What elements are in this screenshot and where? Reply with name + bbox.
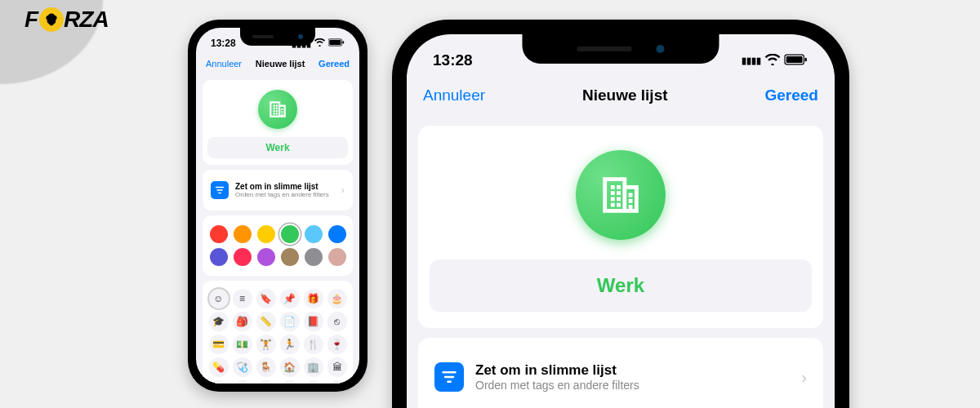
done-button[interactable]: Gereed — [765, 86, 818, 104]
speaker-icon — [577, 47, 631, 51]
nav-bar: Annuleer Nieuwe lijst Gereed — [196, 52, 359, 75]
chevron-right-icon: › — [341, 184, 345, 196]
icon-option-fork[interactable]: 🍴 — [304, 335, 323, 354]
icon-option-music[interactable]: 🎵 — [280, 380, 300, 384]
icon-option-dumbbell[interactable]: 🏋 — [256, 335, 276, 354]
color-swatch-7[interactable] — [234, 248, 252, 266]
color-swatch-4[interactable] — [305, 225, 323, 243]
icon-option-house[interactable]: 🏠 — [280, 357, 300, 377]
signal-icon: ▮▮▮▮ — [742, 55, 761, 66]
icon-option-headphones[interactable]: 🎧 — [327, 380, 347, 384]
camera-icon — [298, 34, 303, 39]
icon-option-document[interactable]: 📄 — [280, 312, 300, 331]
icon-option-building[interactable]: 🏢 — [304, 357, 323, 377]
wifi-icon — [764, 54, 781, 67]
logo-text-part2: RZA — [64, 7, 109, 33]
icon-option-gamepad[interactable]: 🎮 — [304, 380, 323, 384]
icon-option-hanger[interactable]: ⎋ — [327, 312, 347, 331]
icon-option-tv[interactable]: 📺 — [256, 380, 276, 384]
color-swatch-10[interactable] — [305, 248, 323, 266]
svg-rect-5 — [805, 58, 807, 62]
smart-list-subtitle: Orden met tags en andere filters — [235, 191, 335, 198]
smart-list-title: Zet om in slimme lijst — [235, 182, 335, 191]
status-time: 13:28 — [433, 51, 473, 69]
cancel-button[interactable]: Annuleer — [423, 86, 485, 104]
icon-option-money[interactable]: 💵 — [233, 335, 252, 354]
smart-list-title: Zet om in slimme lijst — [475, 362, 790, 379]
name-card: Werk — [203, 80, 353, 165]
icon-option-cake[interactable]: 🎂 — [327, 289, 347, 308]
filter-icon — [434, 362, 464, 392]
page-title: Nieuwe lijst — [256, 59, 305, 69]
name-card: Werk — [418, 126, 823, 328]
color-swatch-8[interactable] — [257, 248, 275, 266]
icon-option-tent[interactable]: ⛺ — [209, 380, 229, 384]
color-swatch-6[interactable] — [210, 248, 228, 266]
filter-icon — [211, 181, 229, 199]
smart-list-card[interactable]: Zet om in slimme lijst Orden met tags en… — [203, 170, 353, 211]
icon-option-run[interactable]: 🏃 — [280, 335, 300, 354]
notch — [522, 34, 719, 64]
svg-rect-2 — [343, 41, 345, 43]
icon-option-pin[interactable]: 📌 — [280, 289, 300, 308]
color-swatch-3[interactable] — [281, 225, 299, 243]
page-title: Nieuwe lijst — [582, 86, 668, 104]
icon-option-wine[interactable]: 🍷 — [327, 335, 347, 354]
color-swatch-1[interactable] — [234, 225, 252, 243]
svg-rect-1 — [329, 40, 341, 45]
list-name-input[interactable]: Werk — [430, 259, 812, 312]
list-icon-preview — [576, 150, 666, 240]
icon-option-smiley[interactable]: ☺ — [209, 289, 229, 308]
svg-rect-4 — [786, 56, 803, 63]
color-swatch-5[interactable] — [328, 225, 346, 243]
cancel-button[interactable]: Annuleer — [206, 59, 242, 69]
notch — [240, 28, 315, 46]
color-swatch-2[interactable] — [257, 225, 275, 243]
icon-picker-card: ☺≡🔖📌🎁🎂🎓🎒📏📄📕⎋💳💵🏋🏃🍴🍷💊🩺🪑🏠🏢🏛⛺🖥📺🎵🎮🎧 — [203, 281, 353, 384]
smart-list-subtitle: Orden met tags en andere filters — [475, 379, 790, 392]
color-swatch-9[interactable] — [281, 248, 299, 266]
list-name-input[interactable]: Werk — [207, 137, 348, 158]
icon-option-gift[interactable]: 🎁 — [304, 289, 323, 308]
done-button[interactable]: Gereed — [318, 59, 350, 69]
icon-option-book[interactable]: 📕 — [304, 312, 323, 331]
chevron-right-icon: › — [801, 368, 807, 387]
icon-option-stethoscope[interactable]: 🩺 — [233, 357, 252, 377]
forza-logo: F RZA — [24, 7, 109, 33]
status-time: 13:28 — [211, 38, 236, 49]
icon-option-graduation[interactable]: 🎓 — [209, 312, 229, 331]
list-icon-preview — [258, 90, 297, 129]
icon-option-monitor[interactable]: 🖥 — [233, 380, 252, 384]
speaker-icon — [252, 35, 274, 38]
nav-bar: Annuleer Nieuwe lijst Gereed — [407, 75, 835, 116]
icon-option-card[interactable]: 💳 — [209, 335, 229, 354]
battery-icon — [328, 38, 345, 48]
color-swatch-11[interactable] — [328, 248, 346, 266]
icon-option-bookmark[interactable]: 🔖 — [256, 289, 276, 308]
color-swatch-0[interactable] — [210, 225, 228, 243]
battery-icon — [784, 54, 808, 67]
logo-lion-icon — [39, 7, 64, 32]
camera-icon — [657, 45, 665, 53]
wifi-icon — [314, 38, 325, 48]
phone-large: 13:28 ▮▮▮▮ Annuleer Nieuwe lijst Gereed … — [392, 20, 849, 408]
icon-option-ruler[interactable]: 📏 — [256, 312, 276, 331]
logo-text-part1: F — [24, 7, 38, 33]
icon-option-chair[interactable]: 🪑 — [256, 357, 276, 377]
icon-option-pills[interactable]: 💊 — [209, 357, 229, 377]
phone-small: 13:28 ▮▮▮▮ Annuleer Nieuwe lijst Gereed … — [188, 20, 368, 392]
color-picker-card — [203, 215, 353, 276]
icon-option-bank[interactable]: 🏛 — [327, 357, 347, 377]
smart-list-card[interactable]: Zet om in slimme lijst Orden met tags en… — [418, 338, 823, 408]
icon-option-list[interactable]: ≡ — [233, 289, 252, 308]
icon-option-backpack[interactable]: 🎒 — [233, 312, 252, 331]
